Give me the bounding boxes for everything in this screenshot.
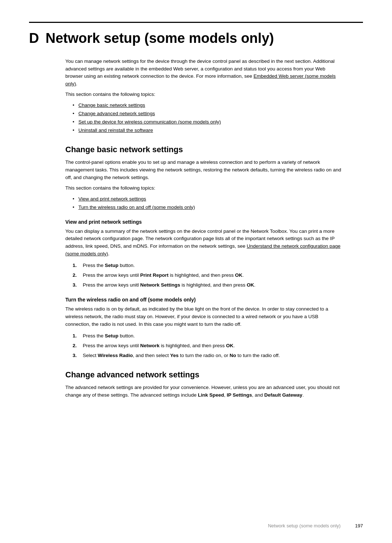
step-text: Press the Setup button. (83, 262, 135, 270)
chapter-title: DNetwork setup (some models only) (29, 30, 363, 47)
section2-bold3: Default Gateway (264, 392, 302, 398)
section2-text3: , and (252, 392, 264, 398)
step-item: 3. Press the arrow keys unitl Network Se… (73, 281, 341, 289)
list-item: View and print network settings (73, 195, 363, 203)
step-item: 1. Press the Setup button. (73, 262, 341, 270)
step-text: Press the arrow keys unitl Network Setti… (83, 281, 256, 289)
list-item: Change basic network settings (73, 101, 363, 110)
step-num: 3. (73, 352, 81, 360)
subsection1-steps: 1. Press the Setup button. 2. Press the … (73, 262, 341, 289)
chapter-title-text: Network setup (some models only) (45, 31, 274, 46)
subtopic-link-1[interactable]: View and print network settings (78, 196, 146, 202)
toc-link-1[interactable]: Change basic network settings (78, 102, 145, 108)
subsection2-heading: Turn the wireless radio on and off (some… (65, 297, 363, 303)
page-number: 197 (355, 523, 363, 528)
list-item: Change advanced network settings (73, 110, 363, 118)
intro-paragraph: You can manage network settings for the … (65, 58, 341, 88)
step-num: 3. (73, 281, 81, 289)
subsection2-body: The wireless radio is on by default, as … (65, 305, 341, 328)
subsection1-heading: View and print network settings (65, 219, 363, 225)
section2-text2: , (224, 392, 227, 398)
section2-body: The advanced network settings are provid… (65, 384, 341, 399)
step-item: 3. Select Wireless Radio, and then selec… (73, 352, 341, 360)
step-item: 2. Press the arrow keys until Print Repo… (73, 271, 341, 280)
subtopic-link-2[interactable]: Turn the wireless radio on and off (some… (78, 204, 195, 210)
list-item: Uninstall and reinstall the software (73, 126, 363, 135)
toc-link-4[interactable]: Uninstall and reinstall the software (78, 127, 153, 133)
step-num: 1. (73, 332, 81, 340)
intro-topics-label: This section contains the following topi… (65, 91, 363, 98)
step-num: 2. (73, 342, 81, 350)
subsection1-text-end: . (108, 251, 110, 256)
subsection1-body: You can display a summary of the network… (65, 228, 341, 258)
step-text: Press the arrow keys until Print Report … (83, 271, 244, 280)
subsection2-steps: 1. Press the Setup button. 2. Press the … (73, 332, 341, 360)
step-text: Select Wireless Radio, and then select Y… (83, 352, 280, 360)
section1-heading: Change basic network settings (65, 145, 363, 154)
section2-bold1: Link Speed (198, 392, 224, 398)
section1-subtopics-list: View and print network settings Turn the… (73, 195, 363, 212)
section1-topics-label: This section contains the following topi… (65, 185, 363, 192)
footer-label: Network setup (some models only) (268, 523, 340, 528)
intro-text-end: . (76, 81, 77, 86)
page-footer: Network setup (some models only) 197 (268, 523, 363, 528)
step-item: 1. Press the Setup button. (73, 332, 341, 340)
chapter-prefix: D (29, 31, 39, 46)
toc-link-2[interactable]: Change advanced network settings (78, 111, 155, 116)
step-item: 2. Press the arrow keys until Network is… (73, 342, 341, 350)
section2-text4: . (302, 392, 304, 398)
toc-link-3[interactable]: Set up the device for wireless communica… (78, 119, 221, 125)
step-num: 2. (73, 271, 81, 280)
step-text: Press the Setup button. (83, 332, 135, 340)
section2-heading: Change advanced network settings (65, 370, 363, 380)
section2-bold2: IP Settings (227, 392, 252, 398)
list-item: Turn the wireless radio on and off (some… (73, 203, 363, 212)
page-container: DNetwork setup (some models only) You ca… (0, 0, 392, 431)
step-text: Press the arrow keys until Network is hi… (83, 342, 235, 350)
list-item: Set up the device for wireless communica… (73, 118, 363, 126)
top-border (29, 22, 363, 23)
toc-list: Change basic network settings Change adv… (73, 101, 363, 135)
section1-body: The control-panel options enable you to … (65, 159, 341, 182)
step-num: 1. (73, 262, 81, 270)
